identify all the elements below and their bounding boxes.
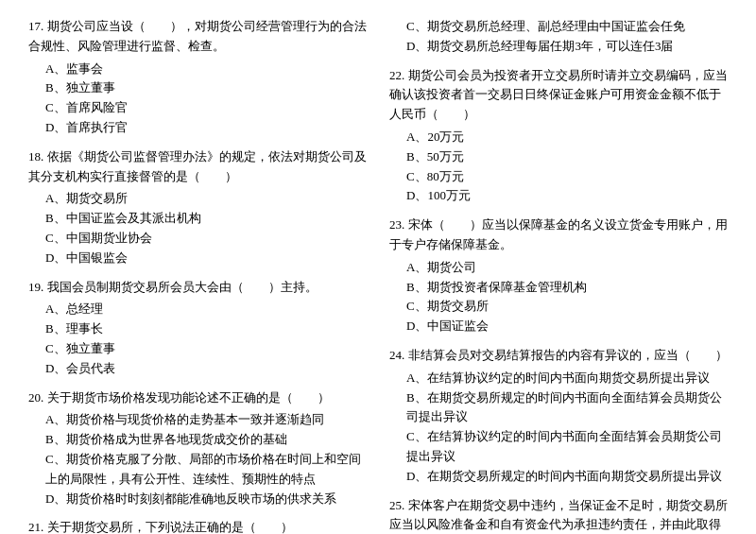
q22-option-a: A、20万元 [389,128,728,147]
q24-option-d: D、在期货交易所规定的时间内书面向期货交易所提出异议 [389,467,728,487]
q20-option-c: C、期货价格克服了分散、局部的市场价格在时间上和空间上的局限性，具有公开性、连续… [28,450,367,490]
q18-option-d: D、中国银监会 [28,249,367,268]
q19-option-b: B、理事长 [28,319,367,339]
question-21-text: 21. 关于期货交易所，下列说法正确的是（ ） [28,518,367,534]
q22-option-b: B、50万元 [389,147,728,167]
question-22-text: 22. 期货公司会员为投资者开立交易所时请并立交易编码，应当确认该投资者首一交易… [389,66,728,125]
q17c-option-c: C、期货交易所总经理、副总经理由中国证监会任免 [389,17,728,37]
q22-option-c: C、80万元 [389,167,728,187]
question-20: 20. 关于期货市场价格发现功能论述不正确的是（ ） A、期货价格与现货价格的走… [28,388,367,509]
q24-option-a: A、在结算协议约定的时间内书面向期货交易所提出异议 [389,369,728,388]
q18-option-b: B、中国证监会及其派出机构 [28,209,367,229]
question-21: 21. 关于期货交易所，下列说法正确的是（ ） A、中国证监会提议时可以召开期货… [28,518,367,534]
q17c-option-d: D、期货交易所总经理每届任期3年，可以连任3届 [389,37,728,57]
q20-option-a: A、期货价格与现货价格的走势基本一致并逐渐趋同 [28,410,367,430]
question-20-text: 20. 关于期货市场价格发现功能论述不正确的是（ ） [28,388,367,408]
q17-option-d: D、首席执行官 [28,118,367,138]
question-24: 24. 非结算会员对交易结算报告的内容有异议的，应当（ ） A、在结算协议约定的… [389,346,728,487]
question-23-text: 23. 宋体（ ）应当以保障基金的名义设立货金专用账户，用于专户存储保障基金。 [389,215,728,255]
question-22: 22. 期货公司会员为投资者开立交易所时请并立交易编码，应当确认该投资者首一交易… [389,66,728,207]
q19-option-a: A、总经理 [28,300,367,319]
q19-option-d: D、会员代表 [28,359,367,379]
page-content: 17. 期货公司应当设（ ），对期货公司经营管理行为的合法合规性、风险管理进行监… [28,17,728,534]
question-25-text: 25. 宋体客户在期货交易中违约，当保证金不足时，期货交易所应当以风险准备金和自… [389,496,728,534]
q24-option-b: B、在期货交易所规定的时间内书面向全面结算会员期货公司提出异议 [389,388,728,428]
question-25: 25. 宋体客户在期货交易中违约，当保证金不足时，期货交易所应当以风险准备金和自… [389,496,728,534]
q17-option-c: C、首席风险官 [28,98,367,118]
q23-option-d: D、中国证监会 [389,317,728,336]
question-17-cont: C、期货交易所总经理、副总经理由中国证监会任免 D、期货交易所总经理每届任期3年… [389,17,728,57]
q20-option-b: B、期货价格成为世界各地现货成交价的基础 [28,430,367,450]
q22-option-d: D、100万元 [389,186,728,206]
left-column: 17. 期货公司应当设（ ），对期货公司经营管理行为的合法合规性、风险管理进行监… [28,17,382,534]
q17-option-a: A、监事会 [28,60,367,79]
question-17: 17. 期货公司应当设（ ），对期货公司经营管理行为的合法合规性、风险管理进行监… [28,17,367,138]
q23-option-b: B、期货投资者保障基金管理机构 [389,278,728,298]
q23-option-c: C、期货交易所 [389,297,728,317]
q23-option-a: A、期货公司 [389,258,728,278]
question-18: 18. 依据《期货公司监督管理办法》的规定，依法对期货公司及其分支机构实行直接督… [28,147,367,268]
q17-option-b: B、独立董事 [28,78,367,98]
question-24-text: 24. 非结算会员对交易结算报告的内容有异议的，应当（ ） [389,346,728,366]
q19-option-c: C、独立董事 [28,339,367,359]
question-23: 23. 宋体（ ）应当以保障基金的名义设立货金专用账户，用于专户存储保障基金。 … [389,215,728,336]
q18-option-a: A、期货交易所 [28,189,367,209]
question-19-text: 19. 我国会员制期货交易所会员大会由（ ）主持。 [28,278,367,298]
question-19: 19. 我国会员制期货交易所会员大会由（ ）主持。 A、总经理 B、理事长 C、… [28,278,367,379]
q18-option-c: C、中国期货业协会 [28,229,367,249]
q20-option-d: D、期货价格时时刻刻都能准确地反映市场的供求关系 [28,490,367,509]
question-17-text: 17. 期货公司应当设（ ），对期货公司经营管理行为的合法合规性、风险管理进行监… [28,17,367,57]
question-18-text: 18. 依据《期货公司监督管理办法》的规定，依法对期货公司及其分支机构实行直接督… [28,147,367,187]
q24-option-c: C、在结算协议约定的时间内书面向全面结算会员期货公司提出异议 [389,427,728,467]
right-column: C、期货交易所总经理、副总经理由中国证监会任免 D、期货交易所总经理每届任期3年… [382,17,728,534]
